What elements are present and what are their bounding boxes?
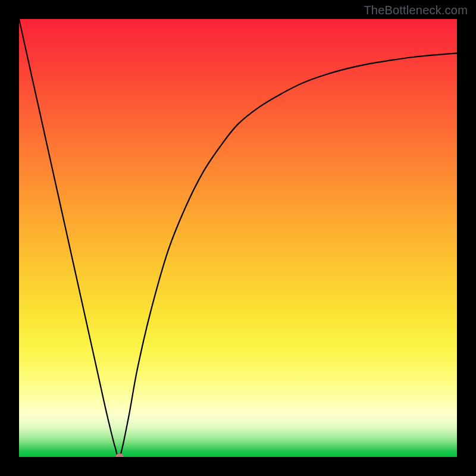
chart-frame: TheBottleneck.com [0,0,476,476]
watermark-text: TheBottleneck.com [364,4,468,17]
bottleneck-curve [19,19,457,457]
plot-area [19,19,457,457]
min-marker [115,453,124,457]
